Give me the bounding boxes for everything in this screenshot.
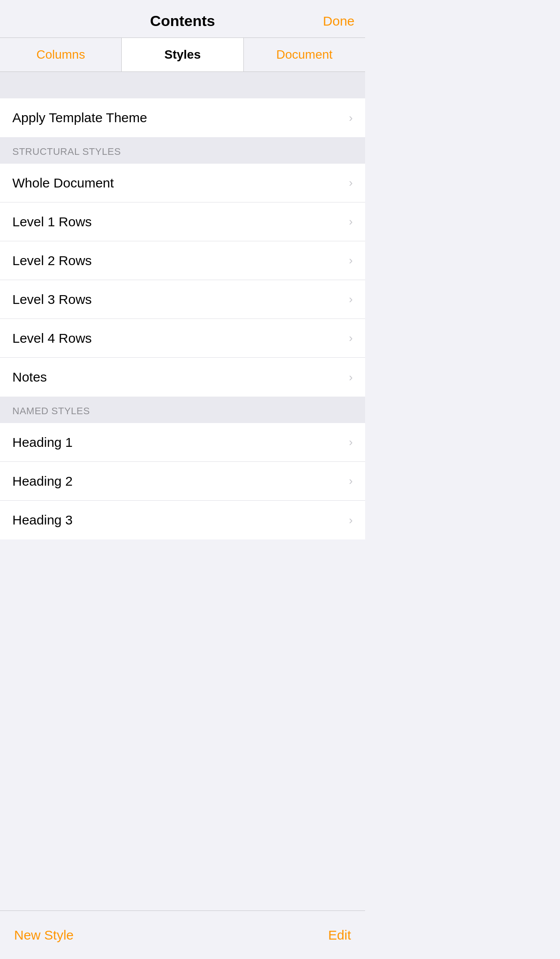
whole-document-chevron: ›	[349, 176, 353, 190]
list-item-heading2[interactable]: Heading 2 ›	[0, 462, 365, 501]
level2-rows-chevron: ›	[349, 254, 353, 267]
level1-rows-label: Level 1 Rows	[12, 214, 92, 229]
tab-columns[interactable]: Columns	[0, 38, 121, 71]
list-item-whole-document[interactable]: Whole Document ›	[0, 164, 365, 202]
named-styles-header: NAMED STYLES	[0, 397, 365, 423]
named-styles-list: Heading 1 › Heading 2 › Heading 3 ›	[0, 423, 365, 539]
heading2-label: Heading 2	[12, 474, 73, 489]
tab-bar: Columns Styles Document	[0, 38, 365, 72]
notes-chevron: ›	[349, 371, 353, 384]
whole-document-label: Whole Document	[12, 176, 114, 191]
level1-rows-chevron: ›	[349, 215, 353, 229]
main-content: Apply Template Theme › STRUCTURAL STYLES…	[0, 72, 365, 959]
tab-styles[interactable]: Styles	[121, 38, 243, 71]
bottom-toolbar: New Style Edit	[0, 910, 365, 959]
edit-button[interactable]: Edit	[328, 928, 351, 943]
level2-rows-label: Level 2 Rows	[12, 253, 92, 268]
structural-styles-list: Whole Document › Level 1 Rows › Level 2 …	[0, 164, 365, 397]
apply-template-chevron: ›	[349, 111, 353, 125]
apply-template-section: Apply Template Theme ›	[0, 98, 365, 137]
list-item-level2-rows[interactable]: Level 2 Rows ›	[0, 241, 365, 280]
heading3-chevron: ›	[349, 513, 353, 527]
header: Contents Done	[0, 0, 365, 38]
named-styles-label: NAMED STYLES	[12, 405, 90, 416]
list-item-notes[interactable]: Notes ›	[0, 358, 365, 397]
new-style-button[interactable]: New Style	[14, 928, 74, 943]
notes-label: Notes	[12, 370, 47, 385]
structural-styles-header: STRUCTURAL STYLES	[0, 137, 365, 164]
structural-styles-label: STRUCTURAL STYLES	[12, 146, 121, 157]
heading1-label: Heading 1	[12, 435, 73, 450]
level3-rows-chevron: ›	[349, 292, 353, 306]
list-item-level1-rows[interactable]: Level 1 Rows ›	[0, 202, 365, 241]
page-title: Contents	[150, 12, 215, 30]
apply-template-item[interactable]: Apply Template Theme ›	[0, 98, 365, 137]
list-item-level4-rows[interactable]: Level 4 Rows ›	[0, 319, 365, 358]
heading2-chevron: ›	[349, 474, 353, 488]
level4-rows-chevron: ›	[349, 331, 353, 345]
list-item-heading3[interactable]: Heading 3 ›	[0, 501, 365, 539]
heading1-chevron: ›	[349, 435, 353, 449]
list-item-level3-rows[interactable]: Level 3 Rows ›	[0, 280, 365, 319]
level4-rows-label: Level 4 Rows	[12, 331, 92, 346]
heading3-label: Heading 3	[12, 513, 73, 528]
top-spacer	[0, 72, 365, 98]
list-item-heading1[interactable]: Heading 1 ›	[0, 423, 365, 462]
apply-template-label: Apply Template Theme	[12, 110, 147, 125]
tab-document[interactable]: Document	[244, 38, 365, 71]
level3-rows-label: Level 3 Rows	[12, 292, 92, 307]
done-button[interactable]: Done	[323, 14, 355, 29]
